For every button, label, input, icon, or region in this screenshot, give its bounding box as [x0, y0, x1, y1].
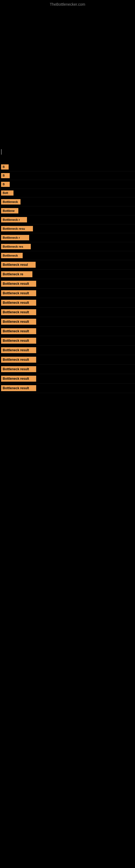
bottleneck-result-label[interactable]: Bottleneck result [1, 366, 36, 372]
bottleneck-result-label[interactable]: Bottleneck result [1, 309, 36, 315]
bottleneck-result-label[interactable]: Bottlene [1, 208, 18, 214]
list-item: Bottleneck result [0, 317, 135, 327]
bottleneck-result-label[interactable]: Bottleneck res [1, 244, 31, 249]
list-item: Bottleneck result [0, 289, 135, 298]
list-item: Bottleneck result [0, 327, 135, 336]
bottleneck-result-label[interactable]: Bottleneck result [1, 319, 36, 325]
list-item: Bottleneck resu [0, 224, 135, 233]
bottleneck-result-label[interactable]: Bottleneck resu [1, 226, 33, 231]
list-item: Bottleneck re [0, 270, 135, 279]
site-title: TheBottlenecker.com [50, 2, 85, 6]
list-item: Bottleneck result [0, 298, 135, 308]
bottleneck-result-label[interactable]: Bottleneck result [1, 376, 36, 382]
result-items-container: BBBBottBottleneckBottleneBottleneck rBot… [0, 163, 135, 393]
bottleneck-result-label[interactable]: Bottleneck re [1, 271, 32, 277]
list-item: Bottleneck result [0, 355, 135, 365]
bottleneck-result-label[interactable]: Bottleneck result [1, 281, 36, 287]
bottleneck-result-label[interactable]: B [1, 182, 10, 187]
list-item: Bottleneck res [0, 242, 135, 251]
list-item: B [0, 163, 135, 172]
list-item: Bottleneck r [0, 233, 135, 242]
list-item: B [0, 180, 135, 189]
list-item: Bottleneck result [0, 365, 135, 374]
list-item: Bottleneck result [0, 346, 135, 355]
list-item: Bottleneck result [0, 279, 135, 289]
list-item: Bottleneck result [0, 383, 135, 393]
list-item: Bottleneck r [0, 215, 135, 224]
list-item: Bottleneck [0, 197, 135, 207]
bottleneck-result-label[interactable]: Bottleneck result [1, 385, 36, 391]
bottleneck-result-label[interactable]: Bottleneck result [1, 338, 36, 344]
bottleneck-result-label[interactable]: Bottleneck result [1, 290, 36, 296]
bottleneck-result-label[interactable]: B [1, 173, 10, 178]
bottleneck-result-label[interactable]: Bottleneck result [1, 300, 36, 306]
list-item: B [0, 172, 135, 180]
bottleneck-result-label[interactable]: Bottleneck [1, 253, 23, 258]
bottleneck-result-label[interactable]: Bott [1, 190, 13, 195]
bottleneck-result-label[interactable]: Bottleneck result [1, 347, 36, 353]
list-item: Bottleneck resul [0, 260, 135, 270]
list-item: Bottlene [0, 207, 135, 215]
bottleneck-result-label[interactable]: Bottleneck resul [1, 262, 36, 268]
list-item: Bottleneck [0, 251, 135, 260]
bottleneck-result-label[interactable]: Bottleneck result [1, 357, 36, 363]
bottleneck-result-label[interactable]: Bottleneck [1, 199, 20, 205]
vertical-bar [1, 149, 2, 155]
list-item: Bottleneck result [0, 308, 135, 317]
list-item: Bott [0, 189, 135, 197]
bottleneck-result-label[interactable]: Bottleneck result [1, 328, 36, 334]
bottleneck-result-label[interactable]: B [1, 164, 9, 169]
list-item: Bottleneck result [0, 374, 135, 383]
list-item: Bottleneck result [0, 336, 135, 346]
bottleneck-result-label[interactable]: Bottleneck r [1, 217, 27, 222]
bottleneck-result-label[interactable]: Bottleneck r [1, 235, 29, 240]
